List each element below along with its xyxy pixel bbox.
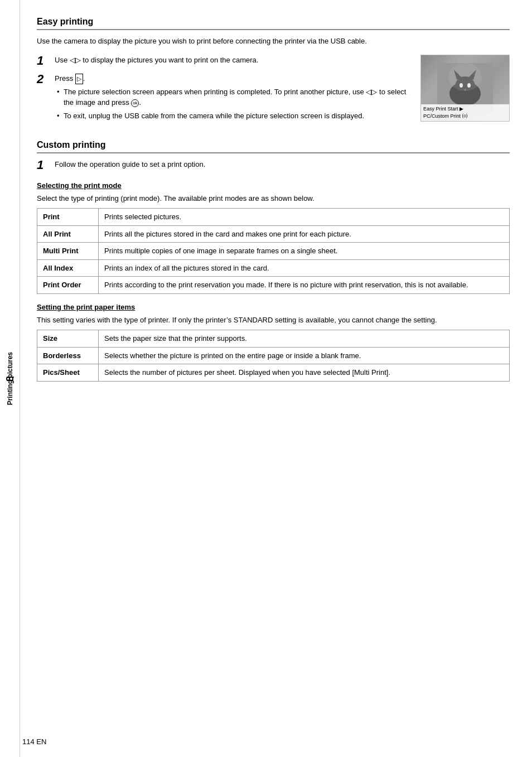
selecting-mode-desc: Select the type of printing (print mode)… <box>37 193 510 204</box>
main-content: Easy printing Use the camera to display … <box>20 0 532 757</box>
setting-paper-title: Setting the print paper items <box>37 303 510 311</box>
mode-label: All Index <box>37 259 99 277</box>
mode-desc: Prints selected pictures. <box>99 209 510 226</box>
step-2-number: 2 <box>37 73 48 85</box>
table-row: Print OrderPrints according to the print… <box>37 277 510 294</box>
bullet-2: To exit, unplug the USB cable from the c… <box>55 110 409 122</box>
step-1-text: Use ◁▷ to display the pictures you want … <box>55 55 409 66</box>
easy-printing-section: Easy printing Use the camera to display … <box>37 17 510 129</box>
custom-step-1-text: Follow the operation guide to set a prin… <box>55 159 510 170</box>
page-number: 114 EN <box>22 737 46 746</box>
paper-desc: Sets the paper size that the printer sup… <box>99 330 510 348</box>
easy-printing-body: 1 Use ◁▷ to display the pictures you wan… <box>37 55 510 129</box>
mode-label: All Print <box>37 225 99 243</box>
step-2-press: Press ▷. <box>55 73 409 84</box>
custom-printing-title: Custom printing <box>37 140 510 153</box>
mode-desc: Prints all the pictures stored in the ca… <box>99 225 510 243</box>
mode-label: Multi Print <box>37 243 99 260</box>
paper-label: Pics/Sheet <box>37 364 99 382</box>
camera-overlay-text: Easy Print Start ▶ PC/Custom Print ⒪ <box>421 104 509 120</box>
press-symbol: ▷. <box>75 74 85 83</box>
mode-label: Print <box>37 209 99 226</box>
table-row: PrintPrints selected pictures. <box>37 209 510 226</box>
paper-label: Size <box>37 330 99 348</box>
paper-desc: Selects the number of pictures per sheet… <box>99 364 510 382</box>
paper-label: Borderless <box>37 347 99 364</box>
mode-label: Print Order <box>37 277 99 294</box>
paper-desc: Selects whether the picture is printed o… <box>99 347 510 364</box>
table-row: SizeSets the paper size that the printer… <box>37 330 510 348</box>
svg-point-8 <box>448 63 482 91</box>
easy-printing-steps: 1 Use ◁▷ to display the pictures you wan… <box>37 55 409 129</box>
sidebar-label: Printing pictures <box>6 352 14 405</box>
easy-printing-title: Easy printing <box>37 17 510 30</box>
selecting-mode-title: Selecting the print mode <box>37 181 510 190</box>
custom-step-1-number: 1 <box>37 159 48 171</box>
table-row: All PrintPrints all the pictures stored … <box>37 225 510 243</box>
table-row: All IndexPrints an index of all the pict… <box>37 259 510 277</box>
custom-step-1: 1 Follow the operation guide to set a pr… <box>37 159 510 172</box>
setting-paper-desc: This setting varies with the type of pri… <box>37 315 510 326</box>
bullet-1: The picture selection screen appears whe… <box>55 86 409 108</box>
easy-step-2: 2 Press ▷. The picture selection screen … <box>37 73 409 123</box>
overlay-line1: Easy Print Start ▶ <box>423 105 507 113</box>
overlay-line2: PC/Custom Print ⒪ <box>423 113 507 120</box>
paper-items-table: SizeSets the paper size that the printer… <box>37 330 510 382</box>
table-row: BorderlessSelects whether the picture is… <box>37 347 510 364</box>
mode-desc: Prints according to the print reservatio… <box>99 277 510 294</box>
mode-desc: Prints multiple copies of one image in s… <box>99 243 510 260</box>
step-1-number: 1 <box>37 55 48 67</box>
camera-display-image: Easy Print Start ▶ PC/Custom Print ⒪ <box>420 55 510 122</box>
table-row: Pics/SheetSelects the number of pictures… <box>37 364 510 382</box>
easy-step-1: 1 Use ◁▷ to display the pictures you wan… <box>37 55 409 68</box>
print-mode-table: PrintPrints selected pictures.All PrintP… <box>37 208 510 294</box>
step-2-bullets: The picture selection screen appears whe… <box>55 86 409 122</box>
custom-printing-section: Custom printing 1 Follow the operation g… <box>37 140 510 382</box>
easy-printing-intro: Use the camera to display the picture yo… <box>37 36 510 47</box>
table-row: Multi PrintPrints multiple copies of one… <box>37 243 510 260</box>
sidebar: 8 Printing pictures <box>0 0 20 757</box>
mode-desc: Prints an index of all the pictures stor… <box>99 259 510 277</box>
